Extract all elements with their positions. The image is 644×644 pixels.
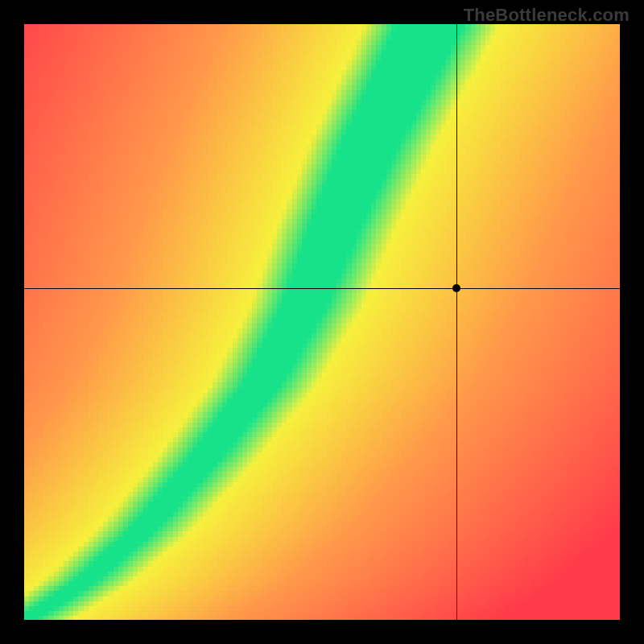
watermark-text: TheBottleneck.com <box>464 5 630 26</box>
chart-frame: TheBottleneck.com <box>0 0 644 644</box>
selection-marker <box>452 284 460 292</box>
heatmap-canvas <box>24 24 620 620</box>
crosshair-vertical <box>456 24 457 620</box>
heatmap-plot <box>24 24 620 620</box>
crosshair-horizontal <box>24 288 620 289</box>
